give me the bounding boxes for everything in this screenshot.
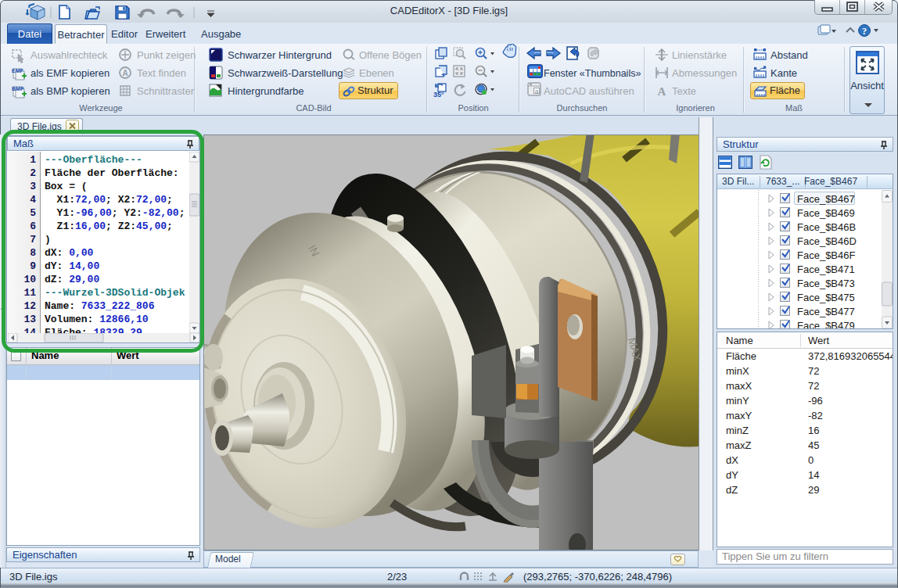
- svg-text:BMP: BMP: [12, 86, 24, 91]
- svg-text:35°: 35°: [433, 91, 444, 99]
- svg-text:A: A: [122, 69, 128, 77]
- svg-text:EMF: EMF: [12, 68, 24, 74]
- svg-text:A: A: [658, 85, 666, 98]
- svg-text:a: a: [535, 88, 539, 95]
